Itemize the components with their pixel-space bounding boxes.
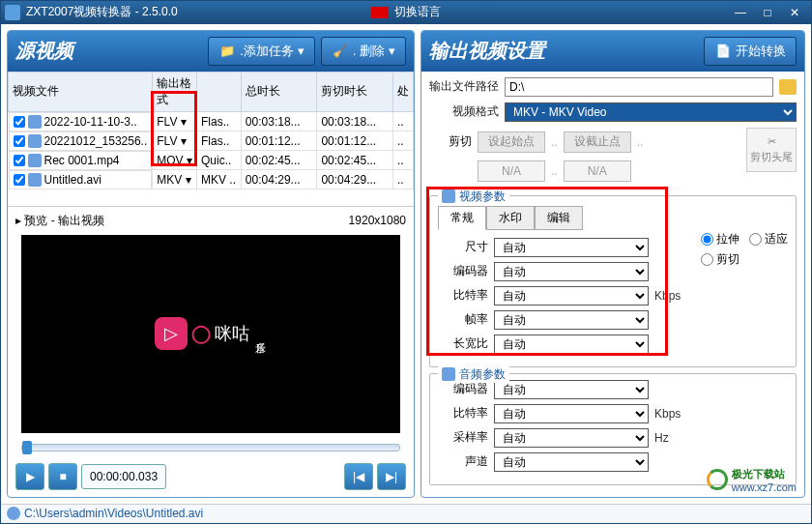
start-convert-button[interactable]: 📄 开始转换 xyxy=(704,37,797,66)
audio-sample-select[interactable]: 自动 xyxy=(494,428,649,448)
status-bar: C:\Users\admin\Videos\Untitled.avi xyxy=(1,504,811,523)
video-params-fieldset: 视频参数 常规 水印 编辑 尺寸自动 编码器自动 比特率自动Kbps 帧率自动 xyxy=(429,195,797,367)
encoder-select[interactable]: 自动 xyxy=(494,262,649,281)
audio-channel-select[interactable]: 自动 xyxy=(494,452,649,472)
swirl-icon xyxy=(707,469,728,490)
minimize-button[interactable]: — xyxy=(728,4,753,21)
status-path: C:\Users\admin\Videos\Untitled.avi xyxy=(24,507,203,520)
play-button[interactable]: ▶ xyxy=(15,463,44,490)
fps-select[interactable]: 自动 xyxy=(494,310,649,330)
output-title: 输出视频设置 xyxy=(429,38,545,64)
file-icon xyxy=(28,115,42,129)
tab-general[interactable]: 常规 xyxy=(438,206,486,230)
col-proc[interactable]: 处 xyxy=(393,72,414,111)
app-title: ZXT2007视频转换器 - 2.5.0.0 xyxy=(26,4,178,20)
video-icon xyxy=(442,189,455,203)
file-icon xyxy=(28,154,42,167)
stop-button[interactable]: ■ xyxy=(48,463,77,490)
cut-start-display: N/A xyxy=(478,160,545,182)
file-icon xyxy=(28,173,42,187)
size-select[interactable]: 自动 xyxy=(494,238,649,257)
video-format-select[interactable]: MKV - MKV Video xyxy=(505,102,797,122)
language-switch[interactable]: 切换语言 xyxy=(371,4,441,20)
flag-icon xyxy=(371,7,389,18)
dropdown-arrow-icon: ▾ xyxy=(389,44,395,58)
convert-icon: 📄 xyxy=(714,43,732,60)
file-checkbox[interactable] xyxy=(14,135,25,147)
radio-crop[interactable]: 剪切 xyxy=(701,251,788,268)
cut-head-tail-button[interactable]: ✂ 剪切头尾 xyxy=(746,128,797,172)
audio-encoder-select[interactable]: 自动 xyxy=(494,380,649,399)
source-panel: 源视频 📁 .添加任务 ▾ 🧹 . 删除 ▾ 视频文件 输出格式 xyxy=(7,30,415,498)
cut-end-display: N/A xyxy=(564,160,631,182)
site-watermark: 极光下载站 www.xz7.com xyxy=(707,467,797,493)
col-cut[interactable]: 剪切时长 xyxy=(317,72,393,111)
cut-label: 剪切 xyxy=(449,133,472,150)
app-icon xyxy=(5,5,20,20)
folder-plus-icon: 📁 xyxy=(218,43,236,60)
set-start-button[interactable]: 设起始点 xyxy=(478,131,545,153)
radio-stretch[interactable]: 拉伸 xyxy=(701,231,740,247)
fit-mode-radios: 拉伸 适应 剪切 xyxy=(701,202,788,359)
file-list[interactable]: 视频文件 输出格式 总时长 剪切时长 处 2022-10-11-10-3..FL… xyxy=(8,72,414,207)
seek-slider[interactable] xyxy=(21,444,400,451)
title-bar: ZXT2007视频转换器 - 2.5.0.0 切换语言 — □ ✕ xyxy=(1,1,811,24)
set-end-button[interactable]: 设截止点 xyxy=(564,131,631,153)
preview-dimensions: 1920x1080 xyxy=(349,214,406,227)
video-format-label: 视频格式 xyxy=(429,103,499,120)
audio-icon xyxy=(442,367,455,381)
aspect-select[interactable]: 自动 xyxy=(494,335,649,354)
next-button[interactable]: ▶| xyxy=(377,463,406,490)
col-format[interactable]: 输出格式 xyxy=(153,72,197,111)
scissors-icon: ✂ xyxy=(768,135,776,148)
bitrate-select[interactable]: 自动 xyxy=(494,286,649,306)
radio-fit[interactable]: 适应 xyxy=(749,231,788,247)
file-icon xyxy=(28,134,42,148)
preview-viewport: ▷ ◯ 咪咕 音乐 xyxy=(21,235,400,433)
output-panel: 输出视频设置 📄 开始转换 输出文件路径 视频格式 MKV - MKV Vide… xyxy=(420,30,805,498)
broom-icon: 🧹 xyxy=(332,43,349,60)
close-button[interactable]: ✕ xyxy=(782,4,807,21)
add-task-button[interactable]: 📁 .添加任务 ▾ xyxy=(208,37,315,66)
out-path-input[interactable] xyxy=(505,77,773,97)
col-file[interactable]: 视频文件 xyxy=(9,72,153,111)
maximize-button[interactable]: □ xyxy=(755,4,780,21)
delete-button[interactable]: 🧹 . 删除 ▾ xyxy=(321,37,406,66)
audio-bitrate-select[interactable]: 自动 xyxy=(494,404,649,423)
tab-watermark[interactable]: 水印 xyxy=(486,206,535,230)
out-path-label: 输出文件路径 xyxy=(429,78,499,95)
browse-folder-icon[interactable] xyxy=(779,79,797,95)
logo-icon: ▷ xyxy=(155,317,188,350)
file-checkbox[interactable] xyxy=(14,174,25,186)
prev-button[interactable]: |◀ xyxy=(344,463,373,490)
language-label: 切换语言 xyxy=(394,4,441,20)
col-duration[interactable]: 总时长 xyxy=(241,72,317,111)
source-title: 源视频 xyxy=(15,38,73,64)
disk-icon xyxy=(7,507,20,520)
file-checkbox[interactable] xyxy=(14,116,25,128)
dropdown-arrow-icon: ▾ xyxy=(298,44,304,58)
preview-header: ▸ 预览 - 输出视频 1920x1080 xyxy=(8,207,414,235)
timecode-display: 00:00:00.033 xyxy=(81,464,166,489)
tab-edit[interactable]: 编辑 xyxy=(535,206,583,230)
preview-content: ▷ ◯ 咪咕 音乐 xyxy=(155,317,268,350)
file-checkbox[interactable] xyxy=(14,155,25,166)
